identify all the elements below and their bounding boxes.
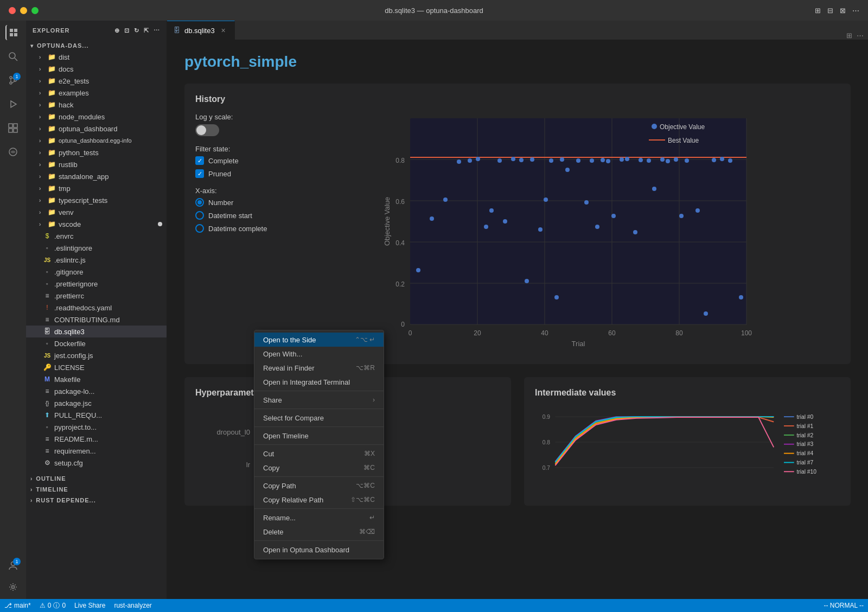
ctx-copy[interactable]: Copy ⌘C bbox=[254, 461, 384, 475]
warning-count: 0 bbox=[62, 602, 66, 609]
folder-examples[interactable]: › 📁 examples bbox=[26, 87, 167, 99]
pruned-checkbox[interactable]: ✓ bbox=[195, 169, 204, 178]
folder-node-modules[interactable]: › 📁 node_modules bbox=[26, 111, 167, 123]
section-rust-deps[interactable]: › RUST DEPENDE... bbox=[26, 495, 167, 506]
remote-icon[interactable] bbox=[5, 144, 21, 160]
folder-tmp[interactable]: › 📁 tmp bbox=[26, 182, 167, 194]
file-eslintignore[interactable]: ◦ .eslintignore bbox=[26, 242, 167, 254]
file-prettierrc[interactable]: ≡ .prettierrc bbox=[26, 290, 167, 302]
file-pull-request[interactable]: ⬆ PULL_REQU... bbox=[26, 409, 167, 421]
accounts-icon[interactable]: 1 bbox=[5, 558, 21, 573]
complete-checkbox-row[interactable]: ✓ Complete bbox=[195, 156, 293, 165]
ctx-reveal-in-finder[interactable]: Reveal in Finder ⌥⌘R bbox=[254, 361, 384, 375]
file-prettierignore[interactable]: ◦ .prettierignore bbox=[26, 278, 167, 290]
radio-datetime-start-row[interactable]: Datetime start bbox=[195, 211, 293, 220]
titlebar-icons[interactable]: ⊞ ⊟ ⊠ ⋯ bbox=[815, 7, 859, 15]
ctx-copy-path[interactable]: Copy Path ⌥⌘C bbox=[254, 479, 384, 493]
rust-analyzer-status[interactable]: rust-analyzer bbox=[114, 602, 151, 609]
root-folder[interactable]: ▾ OPTUNA-DAS... bbox=[26, 40, 167, 51]
search-icon[interactable] bbox=[5, 49, 21, 64]
ctx-open-timeline[interactable]: Open Timeline bbox=[254, 429, 384, 443]
source-control-icon[interactable]: 1 bbox=[5, 73, 21, 88]
more-actions-icon[interactable]: ⋯ bbox=[154, 27, 160, 34]
extensions-icon[interactable] bbox=[5, 120, 21, 136]
live-share-status[interactable]: Live Share bbox=[74, 602, 105, 609]
file-eslintrc[interactable]: JS .eslintrc.js bbox=[26, 254, 167, 266]
file-package-json[interactable]: {} package.jsc bbox=[26, 397, 167, 409]
branch-status[interactable]: ⎇ main* bbox=[4, 602, 31, 609]
close-button[interactable] bbox=[9, 7, 16, 14]
ctx-open-integrated-terminal[interactable]: Open in Integrated Terminal bbox=[254, 375, 384, 389]
ctx-open-to-side[interactable]: Open to the Side ⌃⌥ ↵ bbox=[254, 333, 384, 347]
folder-python-tests[interactable]: › 📁 python_tests bbox=[26, 146, 167, 158]
file-package-lock[interactable]: ≡ package-lo... bbox=[26, 385, 167, 397]
log-y-scale-toggle[interactable] bbox=[195, 124, 219, 136]
maximize-button[interactable] bbox=[31, 7, 39, 14]
section-outline[interactable]: › OUTLINE bbox=[26, 473, 167, 484]
folder-venv[interactable]: › 📁 venv bbox=[26, 206, 167, 218]
explorer-icon[interactable] bbox=[5, 25, 21, 40]
error-status[interactable]: ⚠ 0 ⓘ 0 bbox=[40, 601, 66, 610]
folder-docs[interactable]: › 📁 docs bbox=[26, 63, 167, 75]
file-license[interactable]: 🔑 LICENSE bbox=[26, 361, 167, 373]
folder-e2e-tests[interactable]: › 📁 e2e_tests bbox=[26, 75, 167, 87]
file-envrc[interactable]: $ .envrc bbox=[26, 230, 167, 242]
radio-number-row[interactable]: Number bbox=[195, 198, 293, 207]
panel-icon[interactable]: ⊠ bbox=[840, 7, 846, 15]
layout-icon[interactable]: ⊟ bbox=[827, 7, 833, 15]
tab-close-button[interactable]: × bbox=[219, 26, 228, 35]
folder-optuna-dashboard[interactable]: › 📁 optuna_dashboard bbox=[26, 123, 167, 135]
folder-hack[interactable]: › 📁 hack bbox=[26, 99, 167, 111]
ctx-cut[interactable]: Cut ⌘X bbox=[254, 447, 384, 461]
file-makefile[interactable]: M Makefile bbox=[26, 373, 167, 385]
pruned-checkbox-row[interactable]: ✓ Pruned bbox=[195, 169, 293, 178]
complete-checkbox[interactable]: ✓ bbox=[195, 156, 204, 165]
ctx-delete[interactable]: Delete ⌘⌫ bbox=[254, 525, 384, 539]
file-requirements[interactable]: ≡ requiremen... bbox=[26, 445, 167, 457]
file-jest-config[interactable]: JS jest.config.js bbox=[26, 349, 167, 361]
ctx-copy-relative-path[interactable]: Copy Relative Path ⇧⌥⌘C bbox=[254, 493, 384, 507]
traffic-lights[interactable] bbox=[9, 7, 39, 14]
refresh-icon[interactable]: ↻ bbox=[134, 27, 139, 34]
folder-typescript-tests[interactable]: › 📁 typescript_tests bbox=[26, 194, 167, 206]
ctx-open-optuna[interactable]: Open in Optuna Dashboard bbox=[254, 543, 384, 557]
debug-icon[interactable] bbox=[5, 97, 21, 112]
file-gitignore[interactable]: ◦ .gitignore bbox=[26, 266, 167, 278]
radio-datetime-complete-row[interactable]: Datetime complete bbox=[195, 224, 293, 233]
file-db-sqlite3[interactable]: 🗄 db.sqlite3 bbox=[26, 326, 167, 337]
svg-point-2 bbox=[10, 76, 12, 79]
svg-text:trial #4: trial #4 bbox=[796, 450, 813, 456]
split-editor-icon[interactable]: ⊞ bbox=[846, 31, 852, 40]
more-tabs-icon[interactable]: ⋯ bbox=[857, 31, 864, 40]
sidebar-toggle-icon[interactable]: ⊞ bbox=[815, 7, 821, 15]
new-file-icon[interactable]: ⊕ bbox=[114, 27, 120, 34]
collapse-icon[interactable]: ⇱ bbox=[144, 27, 149, 34]
minimize-button[interactable] bbox=[20, 7, 27, 14]
ctx-select-for-compare[interactable]: Select for Compare bbox=[254, 411, 384, 425]
sidebar-header-icons[interactable]: ⊕ ⊡ ↻ ⇱ ⋯ bbox=[114, 27, 160, 34]
file-readthedocs[interactable]: ! .readthedocs.yaml bbox=[26, 302, 167, 314]
file-readme[interactable]: ≡ README.m... bbox=[26, 433, 167, 445]
file-setup-cfg[interactable]: ⚙ setup.cfg bbox=[26, 457, 167, 469]
settings-icon[interactable] bbox=[5, 579, 21, 595]
tab-bar-right[interactable]: ⊞ ⋯ bbox=[842, 31, 868, 40]
ctx-share[interactable]: Share › bbox=[254, 393, 384, 407]
tab-db-sqlite3[interactable]: 🗄 db.sqlite3 × bbox=[167, 21, 235, 40]
new-folder-icon[interactable]: ⊡ bbox=[124, 27, 130, 34]
section-timeline[interactable]: › TIMELINE bbox=[26, 484, 167, 495]
radio-datetime-complete[interactable] bbox=[195, 224, 204, 233]
radio-datetime-start[interactable] bbox=[195, 211, 204, 220]
file-pyproject[interactable]: ◦ pyproject.to... bbox=[26, 421, 167, 433]
file-dockerfile[interactable]: ◦ Dockerfile bbox=[26, 337, 167, 349]
folder-dist[interactable]: › 📁 dist bbox=[26, 51, 167, 63]
ctx-rename[interactable]: Rename... ↵ bbox=[254, 511, 384, 525]
folder-standalone-app[interactable]: › 📁 standalone_app bbox=[26, 170, 167, 182]
ctx-open-with[interactable]: Open With... bbox=[254, 347, 384, 361]
file-vscode[interactable]: › 📁 vscode bbox=[26, 218, 167, 230]
folder-egg-info[interactable]: › 📁 optuna_dashboard.egg-info bbox=[26, 135, 167, 146]
vim-mode-status: -- NORMAL -- bbox=[824, 602, 864, 609]
file-contributing[interactable]: ≡ CONTRIBUTING.md bbox=[26, 314, 167, 326]
folder-rustlib[interactable]: › 📁 rustlib bbox=[26, 158, 167, 170]
more-icon[interactable]: ⋯ bbox=[852, 7, 859, 15]
radio-number[interactable] bbox=[195, 198, 204, 207]
